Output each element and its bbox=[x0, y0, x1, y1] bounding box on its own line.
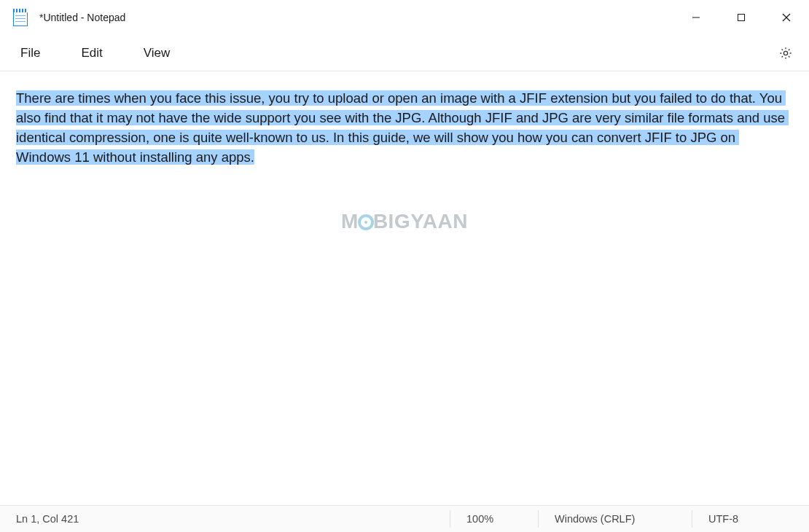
settings-button[interactable] bbox=[773, 40, 799, 66]
menu-edit[interactable]: Edit bbox=[71, 40, 112, 66]
gear-icon bbox=[778, 46, 793, 60]
maximize-button[interactable] bbox=[719, 0, 764, 35]
window-title: *Untitled - Notepad bbox=[39, 12, 125, 23]
selected-text[interactable]: There are times when you face this issue… bbox=[16, 90, 789, 165]
status-line-ending: Windows (CRLF) bbox=[539, 506, 692, 532]
titlebar: *Untitled - Notepad bbox=[0, 0, 809, 35]
menu-view[interactable]: View bbox=[133, 40, 181, 66]
statusbar: Ln 1, Col 421 100% Windows (CRLF) UTF-8 bbox=[0, 505, 809, 532]
maximize-icon bbox=[737, 13, 746, 22]
watermark-ring-icon bbox=[358, 214, 374, 230]
watermark: MBIGYAAN bbox=[341, 210, 468, 233]
status-zoom[interactable]: 100% bbox=[450, 506, 538, 532]
svg-point-4 bbox=[783, 51, 787, 55]
watermark-prefix: M bbox=[341, 210, 359, 232]
status-encoding: UTF-8 bbox=[692, 506, 809, 532]
notepad-icon bbox=[13, 9, 28, 26]
minimize-button[interactable] bbox=[673, 0, 719, 35]
close-button[interactable] bbox=[764, 0, 809, 35]
watermark-suffix: BIGYAAN bbox=[373, 210, 468, 232]
window-controls bbox=[673, 0, 809, 35]
close-icon bbox=[782, 13, 791, 22]
svg-rect-1 bbox=[738, 15, 745, 21]
status-cursor: Ln 1, Col 421 bbox=[0, 506, 95, 532]
text-editor[interactable]: There are times when you face this issue… bbox=[0, 71, 809, 505]
minimize-icon bbox=[692, 13, 700, 22]
editor-content[interactable]: There are times when you face this issue… bbox=[0, 89, 809, 168]
menu-file[interactable]: File bbox=[10, 40, 50, 66]
menubar: File Edit View bbox=[0, 35, 809, 71]
